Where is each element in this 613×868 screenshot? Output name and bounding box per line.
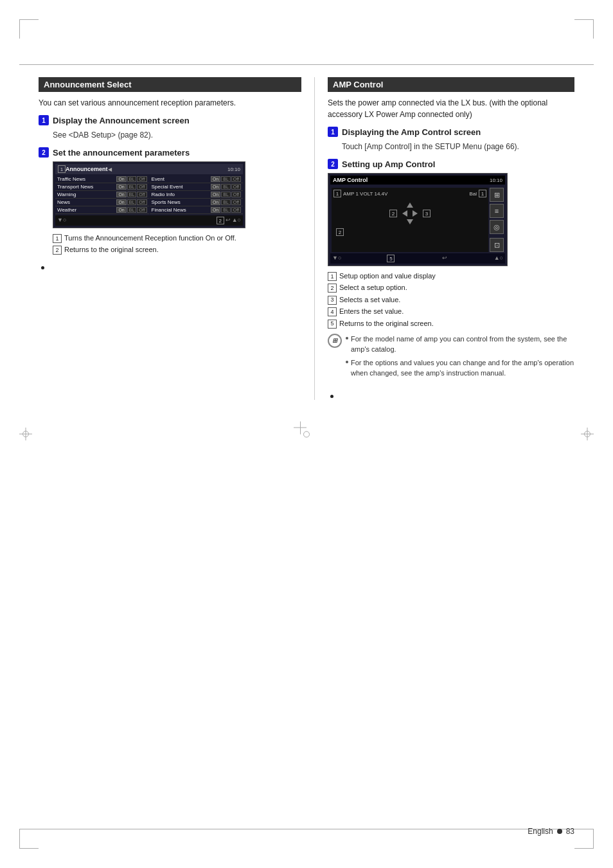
legend-text-2: Returns to the original screen. [64,245,159,255]
amp-step1-body: Touch [Amp Control] in the SETUP Menu (p… [342,141,574,152]
bottom-divider-line [19,829,594,829]
amp-legend-num-2: 2 [328,284,337,293]
amp-bottom-icon-return: ↩ [442,255,447,262]
announcement-screen-mockup: 1 Announcement ◀ 10:10 Traffic NewsOnBLO… [53,161,245,228]
amp-down-arrow[interactable] [407,219,413,224]
amp-left-arrow[interactable] [402,210,407,217]
page-footer: English 83 [528,827,574,836]
amp-badge-1: 1 [333,190,341,197]
amp-step2-title: Setting up Amp Control [342,159,435,169]
amp-legend-item-2: 2 Select a setup option. [328,283,574,293]
amp-screen-title: AMP Control [333,177,368,183]
amp-badge2-row: 2 [333,228,486,236]
amp-legend-list: 1 Setup option and value display 2 Selec… [328,271,574,329]
ann-sports: Sports News [152,199,211,205]
amp-bottom-icon-right: ▲○ [494,255,503,262]
ann-event: Event [152,176,211,182]
amp-bal-label: Bal [469,191,477,197]
footer-lang: English [528,827,553,836]
left-crosshair [19,428,32,440]
ann-warning: Warning [57,192,116,197]
left-column: Announcement Select You can set various … [39,77,315,400]
announcement-section-header: Announcement Select [39,77,301,92]
amp-section-header: AMP Control [328,77,574,92]
amp-icon-grid[interactable]: ⊞ [490,188,504,202]
right-column: AMP Control Sets the power amp connected… [315,77,574,400]
tip-text-2: For the options and values you can chang… [351,357,574,379]
right-bullet-section [328,392,574,398]
screen-num-badge: 1 [58,165,66,173]
screen-time: 10:10 [227,167,240,172]
amp-legend-num-5: 5 [328,320,337,329]
amp-legend-num-4: 4 [328,307,337,316]
amp-step2-header: 2 Setting up Amp Control [328,159,574,169]
top-divider-line [19,64,594,65]
ann-traffic: Traffic News [57,176,116,182]
amp-badge-3: 3 [423,210,431,217]
amp-icon-extra[interactable]: ⊡ [490,238,504,252]
footer-dot [557,829,562,834]
main-content: Announcement Select You can set various … [39,77,574,817]
amp-icon-search[interactable]: ◎ [490,220,504,234]
amp-step1-header: 1 Displaying the Amp Control screen [328,127,574,137]
legend-text-1: Turns the Announcement Reception functio… [64,233,236,243]
amp-legend-text-3: Selects a set value. [339,295,400,305]
amp-badge-2b: 2 [336,228,344,236]
amp-legend-text-4: Enters the set value. [339,307,404,316]
corner-mark-br [574,829,594,849]
amp-legend-text-5: Returns to the original screen. [339,319,434,329]
amp-legend-num-3: 3 [328,296,337,305]
amp-arrow-controls [402,203,418,224]
step1-title: Display the Announcement screen [53,116,190,125]
amp-controls: 2 3 [333,200,486,227]
amp-legend-num-1: 1 [328,272,337,281]
screen-bottom-icon-left: ▼○ [57,217,66,224]
step1-num: 1 [39,115,49,125]
bullet-dot [41,266,44,269]
amp-right-arrow[interactable] [413,210,418,217]
amp-step2-num: 2 [328,159,338,169]
amp-intro: Sets the power amp connected via the LX … [328,97,574,120]
tip-text-container: For the model name of amp you can contro… [346,334,574,381]
amp-legend-text-2: Select a setup option. [339,283,407,293]
step1-body: See <DAB Setup> (page 82). [53,129,301,141]
amp-legend-item-4: 4 Enters the set value. [328,307,574,316]
legend-item-1: 1 Turns the Announcement Reception funct… [53,233,301,243]
step2-num: 2 [39,147,49,158]
amp-badge-1b: 1 [479,190,486,197]
tip-text-1: For the model name of amp you can contro… [351,334,574,355]
amp-icon-list[interactable]: ≡ [490,204,504,218]
corner-mark-bl [19,829,39,849]
step1-header: 1 Display the Announcement screen [39,115,301,125]
right-bullet-dot [330,395,333,398]
amp-lr-arrows [402,210,418,217]
ann-radio-info: Radio Info [152,192,211,197]
legend-list: 1 Turns the Announcement Reception funct… [53,233,301,255]
tip-dot-2 [346,361,348,363]
corner-mark-tl [19,19,39,39]
corner-mark-tr [574,19,594,39]
screen-bottom-badge2: 2 [217,217,224,224]
amp-side-icons: ⊞ ≡ ◎ ⊡ [490,188,504,252]
amp-legend-text-1: Setup option and value display [339,271,436,281]
announcement-title: Announcement Select [44,80,132,89]
amp-legend-item-3: 3 Selects a set value. [328,295,574,305]
amp-step1-num: 1 [328,127,338,137]
screen-bottom-icon-return: ↩ [226,217,231,224]
legend-item-2: 2 Returns to the original screen. [53,245,301,255]
amp-screen-bottom: ▼○ 5 ↩ ▲○ [330,253,505,264]
ann-news: News [57,199,116,205]
footer-page-num: 83 [566,827,574,836]
legend-num-2: 2 [53,246,62,255]
ann-weather: Weather [57,207,116,213]
amp-badge-5: 5 [387,255,395,262]
screen-bottom-icon-right: ▲○ [232,217,241,224]
tip-bullet-2: For the options and values you can chang… [346,357,574,379]
amp-screen-mockup: AMP Control 10:10 1 AMP 1 VOLT 14.4V Bal… [328,173,508,266]
amp-up-arrow[interactable] [407,203,413,208]
ann-financial: Financial News [152,207,211,213]
tip-icon: ⊞ [328,334,342,348]
announcement-intro: You can set various announcement recepti… [39,97,301,109]
amp-bottom-icon-left: ▼○ [332,255,341,262]
tip-bullet-1: For the model name of amp you can contro… [346,334,574,355]
